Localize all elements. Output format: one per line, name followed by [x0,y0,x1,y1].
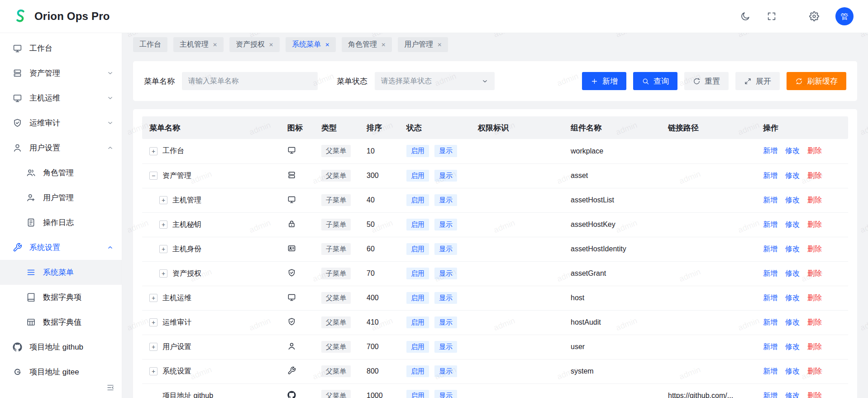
expand-row-icon[interactable]: + [149,318,157,326]
tab-user-manage[interactable]: 用户管理✕ [398,37,448,52]
row-action-add[interactable]: 新增 [763,245,777,253]
expand-row-icon[interactable]: + [149,147,157,155]
row-action-edit[interactable]: 修改 [785,196,800,204]
row-action-add[interactable]: 新增 [763,294,777,302]
sidebar-item-label: 数据字典值 [43,317,81,327]
row-action-edit[interactable]: 修改 [785,367,800,375]
collapse-row-icon[interactable]: − [149,172,157,180]
sidebar-item-asset-manage[interactable]: 资产管理 [0,61,122,86]
sidebar-item-label: 项目地址 github [29,342,83,352]
tab-close-icon[interactable]: ✕ [213,42,217,48]
sidebar-collapse-icon[interactable] [106,384,114,392]
row-action-add[interactable]: 新增 [763,392,777,398]
row-action-add[interactable]: 新增 [763,196,777,204]
expand-row-icon[interactable]: + [149,367,157,375]
tab-role-manage[interactable]: 角色管理✕ [342,37,392,52]
expand-row-icon[interactable]: + [159,221,167,229]
expand-row-icon[interactable]: + [149,343,157,351]
tab-asset-grant[interactable]: 资产授权✕ [229,37,280,52]
row-action-edit[interactable]: 修改 [785,318,800,326]
search-button[interactable]: 查询 [633,72,677,90]
row-action-delete[interactable]: 删除 [807,172,822,179]
row-action-delete[interactable]: 删除 [807,294,822,302]
menu-name: 资产授权 [172,269,201,278]
tab-system-menu[interactable]: 系统菜单✕ [286,37,336,52]
sidebar-item-user-manage[interactable]: 用户管理 [0,185,122,210]
row-action-edit[interactable]: 修改 [785,269,800,277]
sync-icon [795,77,803,85]
row-action-edit[interactable]: 修改 [785,221,800,228]
menu-status-cell: 启用显示 [399,261,471,286]
tab-close-icon[interactable]: ✕ [437,42,442,48]
row-action-add[interactable]: 新增 [763,318,777,326]
refresh-cache-button[interactable]: 刷新缓存 [787,72,846,90]
expand-row-icon[interactable]: + [159,269,167,278]
row-action-add[interactable]: 新增 [763,221,777,228]
row-action-delete[interactable]: 删除 [807,245,822,253]
menu-name-cell: 项目地址 github [142,384,280,398]
sidebar-item-user-settings[interactable]: 用户设置 [0,135,122,160]
monitor-icon [287,195,296,204]
sidebar-item-data-dict-value[interactable]: 数据字典值 [0,310,122,335]
tab-workplace[interactable]: 工作台 [133,37,167,52]
row-action-delete[interactable]: 删除 [807,221,822,228]
add-button[interactable]: 新增 [582,72,626,90]
menu-status-cell: 启用显示 [399,237,471,261]
row-action-add[interactable]: 新增 [763,172,777,179]
expand-row-icon[interactable]: + [149,294,157,302]
menu-type-tag: 父菜单 [321,341,351,353]
row-action-delete[interactable]: 删除 [807,318,822,326]
sidebar-item-host-ops[interactable]: 主机运维 [0,86,122,110]
sidebar-item-github[interactable]: 项目地址 github [0,335,122,360]
row-action-add[interactable]: 新增 [763,343,777,350]
menu-sort: 410 [359,310,399,335]
sidebar-item-system-settings[interactable]: 系统设置 [0,235,122,260]
sidebar-item-ops-audit[interactable]: 运维审计 [0,110,122,135]
row-action-add[interactable]: 新增 [763,147,777,154]
brand[interactable]: Orion Ops Pro [12,8,110,25]
sidebar-item-operation-log[interactable]: 操作日志 [0,210,122,235]
expand-button[interactable]: 展开 [735,72,780,90]
tab-label: 主机管理 [180,40,209,49]
sidebar-item-gitee[interactable]: 项目地址 gitee [0,360,122,384]
row-action-edit[interactable]: 修改 [785,172,800,179]
row-action-edit[interactable]: 修改 [785,147,800,154]
tab-close-icon[interactable]: ✕ [381,42,386,48]
status-tag: 显示 [434,341,457,353]
row-action-delete[interactable]: 删除 [807,392,822,398]
row-action-delete[interactable]: 删除 [807,269,822,277]
refresh-cache-button-label: 刷新缓存 [807,76,838,86]
user-avatar[interactable]: 管 [835,7,854,25]
row-action-edit[interactable]: 修改 [785,343,800,350]
row-action-delete[interactable]: 删除 [807,367,822,375]
row-action-add[interactable]: 新增 [763,367,777,375]
row-action-delete[interactable]: 删除 [807,147,822,154]
expand-row-icon[interactable]: + [159,196,167,204]
tab-close-icon[interactable]: ✕ [325,42,329,48]
sidebar-item-workplace[interactable]: 工作台 [0,36,122,61]
tab-close-icon[interactable]: ✕ [269,42,273,48]
row-action-add[interactable]: 新增 [763,269,777,277]
sidebar-item-data-dict-item[interactable]: 数据字典项 [0,285,122,310]
sidebar-item-role-manage[interactable]: 角色管理 [0,160,122,185]
menu-status-select[interactable]: 请选择菜单状态 [375,72,495,90]
menu-name-input[interactable] [182,72,318,90]
row-action-edit[interactable]: 修改 [785,294,800,302]
main-content: 工作台主机管理✕资产授权✕系统菜单✕角色管理✕用户管理✕ 菜单名称 菜单状态 请… [122,33,868,398]
tab-host-manage[interactable]: 主机管理✕ [173,37,224,52]
table-row: +用户设置父菜单700启用显示user新增修改删除 [142,335,848,359]
reset-button[interactable]: 重置 [684,72,729,90]
settings-gear-icon[interactable] [809,11,819,21]
filter-card: 菜单名称 菜单状态 请选择菜单状态 新增 查询 重置 展开 刷新缓存 [133,61,857,101]
row-action-edit[interactable]: 修改 [785,392,800,398]
row-action-delete[interactable]: 删除 [807,196,822,204]
row-action-edit[interactable]: 修改 [785,245,800,253]
theme-toggle-icon[interactable] [740,11,750,21]
menu-icon-cell [280,286,314,310]
menu-component: system [563,359,661,384]
sidebar-item-system-menu[interactable]: 系统菜单 [0,260,122,285]
row-action-delete[interactable]: 删除 [807,343,822,350]
expand-row-icon[interactable]: + [159,245,167,253]
fullscreen-icon[interactable] [767,11,777,21]
menu-name-cell: +主机秘钥 [142,212,280,237]
